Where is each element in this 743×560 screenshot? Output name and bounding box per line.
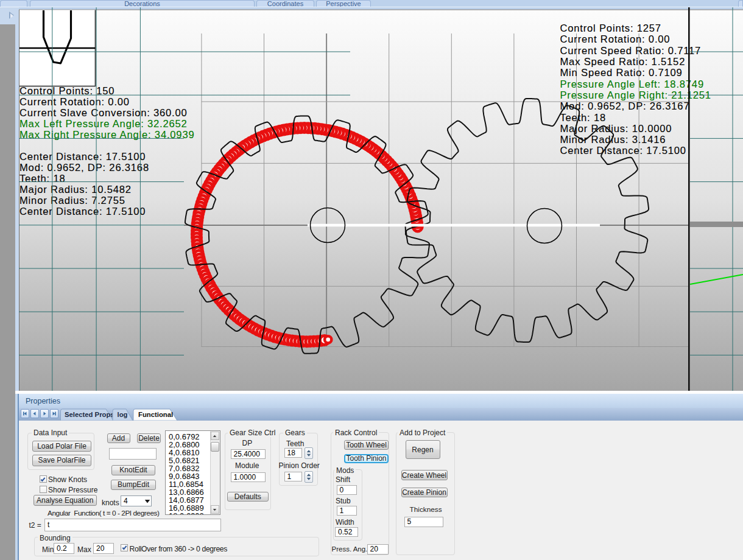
svg-text:Mod: 0.9652, DP: 26.3168: Mod: 0.9652, DP: 26.3168: [19, 162, 149, 173]
svg-text:Control Points: 150: Control Points: 150: [19, 85, 114, 97]
svg-text:Current Speed Ratio: 0.7117: Current Speed Ratio: 0.7117: [560, 45, 702, 57]
svg-text:Max Left Pressure Angle: 32.26: Max Left Pressure Angle: 32.2652: [19, 118, 188, 130]
svg-text:Major Radius: 10.5482: Major Radius: 10.5482: [19, 184, 132, 195]
svg-text:Current Rotation: 0.00: Current Rotation: 0.00: [19, 96, 130, 108]
svg-text:Center Distance: 17.5100: Center Distance: 17.5100: [560, 145, 686, 156]
svg-text:Teeth: 18: Teeth: 18: [560, 112, 606, 124]
svg-text:Selected Props: Selected Props: [65, 411, 114, 418]
svg-text:log: log: [118, 411, 128, 418]
svg-text:Pressure Angle Left: 18.8749: Pressure Angle Left: 18.8749: [560, 79, 704, 90]
svg-text:Min Speed Ratio: 0.7109: Min Speed Ratio: 0.7109: [560, 67, 683, 79]
svg-text:Teeth: 18: Teeth: 18: [19, 173, 65, 184]
svg-text:Current Slave Conversion: 360.: Current Slave Conversion: 360.00: [19, 107, 188, 119]
svg-text:Center Distance: 17.5100: Center Distance: 17.5100: [19, 151, 146, 163]
svg-text:Current Rotation: 0.00: Current Rotation: 0.00: [560, 33, 671, 45]
svg-text:Functional: Functional: [138, 411, 173, 418]
svg-text:Control Points: 1257: Control Points: 1257: [560, 23, 661, 34]
svg-text:Center Distance: 17.5100: Center Distance: 17.5100: [19, 206, 146, 217]
svg-text:Max Speed Ratio: 1.5152: Max Speed Ratio: 1.5152: [560, 56, 686, 68]
svg-text:Minor Radius: 7.2755: Minor Radius: 7.2755: [19, 195, 125, 206]
